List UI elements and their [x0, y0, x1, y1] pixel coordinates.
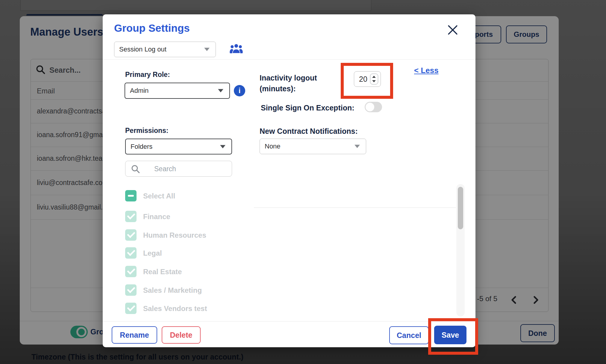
permissions-search-placeholder: Search: [154, 165, 176, 173]
rename-button-label: Rename: [120, 331, 149, 339]
folder-checkbox[interactable]: [125, 229, 137, 241]
scrollbar-thumb[interactable]: [458, 187, 463, 229]
inactivity-label-line2: (minutes):: [260, 83, 317, 94]
notifications-select[interactable]: None: [260, 139, 366, 154]
group-select-value: Session Log out: [119, 46, 166, 53]
info-icon[interactable]: i: [234, 85, 245, 96]
annotation-box-save: [428, 318, 478, 355]
folder-checkbox[interactable]: [125, 247, 137, 259]
search-icon: [131, 164, 140, 174]
inactivity-label: Inactivity logout (minutes):: [260, 72, 317, 94]
rename-button[interactable]: Rename: [112, 326, 157, 344]
scrollbar-track[interactable]: [456, 184, 465, 316]
group-settings-title: Group Settings: [114, 22, 190, 34]
annotation-box-inactivity: [341, 63, 393, 99]
folder-checkbox[interactable]: [125, 266, 137, 277]
folder-label: Sales / Marketing: [143, 286, 202, 295]
permissions-label: Permissions:: [125, 127, 168, 135]
less-link[interactable]: < Less: [414, 66, 439, 75]
permissions-select[interactable]: Folders: [125, 139, 232, 154]
folder-label: Human Resources: [143, 231, 206, 239]
primary-role-value: Admin: [130, 87, 149, 95]
close-icon[interactable]: [447, 24, 458, 36]
delete-button[interactable]: Delete: [162, 326, 201, 344]
delete-button-label: Delete: [170, 331, 192, 339]
folder-checkbox[interactable]: [125, 211, 137, 222]
screen: Timezone (This is the setting for all us…: [0, 0, 606, 364]
select-all-label: Select All: [143, 192, 175, 200]
primary-role-select[interactable]: Admin: [125, 83, 230, 99]
folder-panel-divider: [254, 207, 456, 208]
folder-label: Legal: [143, 249, 162, 257]
folder-checkbox[interactable]: [125, 284, 137, 296]
sso-label: Single Sign On Exception:: [261, 104, 354, 112]
group-select[interactable]: Session Log out: [114, 42, 216, 57]
permissions-search-input[interactable]: Search: [125, 161, 232, 177]
group-people-icon[interactable]: [230, 43, 243, 53]
permissions-value: Folders: [131, 143, 152, 151]
caret-down-icon: [218, 89, 223, 92]
folder-checkbox[interactable]: [125, 303, 137, 314]
cancel-button[interactable]: Cancel: [389, 326, 429, 344]
notifications-value: None: [265, 142, 281, 150]
notifications-label: New Contract Notifications:: [260, 127, 358, 136]
folder-label: Finance: [143, 213, 170, 221]
group-settings-modal: Group Settings Session Log out Primary R…: [103, 14, 475, 347]
caret-down-icon: [204, 48, 210, 51]
caret-down-icon: [354, 145, 360, 148]
primary-role-label: Primary Role:: [125, 71, 170, 79]
toggle-knob: [366, 103, 374, 111]
inactivity-label-line1: Inactivity logout: [260, 72, 317, 83]
cancel-button-label: Cancel: [397, 331, 421, 340]
folder-label: Real Estate: [143, 268, 182, 276]
sso-toggle[interactable]: [365, 102, 382, 112]
folder-label: Sales Vendors test: [143, 304, 207, 313]
select-all-checkbox[interactable]: [125, 190, 137, 201]
caret-down-icon: [220, 145, 225, 148]
